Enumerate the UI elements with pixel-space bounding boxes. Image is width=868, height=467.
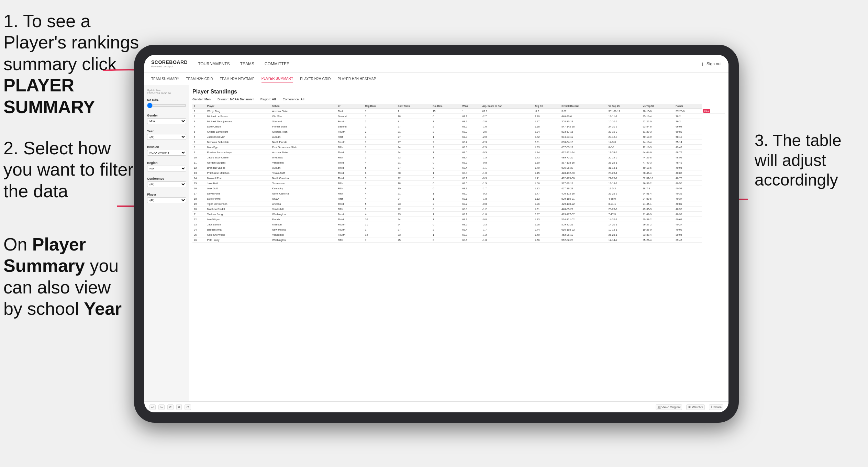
col-vs-top-50: Vs Top 50 <box>641 104 674 109</box>
region-select[interactable]: N/A All <box>147 166 186 171</box>
sidebar-year-label: Year <box>147 130 186 133</box>
sub-nav-team-h2h-heatmap[interactable]: TEAM H2H HEATMAP <box>220 76 255 82</box>
sub-nav-player-h2h-grid[interactable]: PLAYER H2H GRID <box>300 76 331 82</box>
tablet-screen: SCOREBOARD Powered by clippi TOURNAMENTS… <box>144 55 728 412</box>
view-original-btn[interactable]: 🖼 View: Original <box>656 404 682 410</box>
sub-nav-team-h2h-grid[interactable]: TEAM H2H GRID <box>186 76 213 82</box>
table-row: 1Wenyi DingArizona StateFirst1115167.1-3… <box>192 109 725 114</box>
table-row: 20Matthew RiedelVanderbiltFifth922068.8-… <box>192 207 725 212</box>
year-select[interactable]: (All) First Second Third Fourth Fifth <box>147 134 186 140</box>
sidebar-conference-label: Conference <box>147 177 186 180</box>
sidebar-no-rds-label: No Rds. <box>147 98 186 102</box>
table-row: 6Jackson KoivunAuburnFirst127167.3-2.02.… <box>192 134 725 140</box>
table-row: 19Tiger ChristensenArizonaThird523269.2-… <box>192 201 725 207</box>
sub-nav: TEAM SUMMARY TEAM H2H GRID TEAM H2H HEAT… <box>144 73 728 85</box>
sidebar-region-label: Region <box>147 161 186 165</box>
toolbar-copy[interactable]: ⧉ <box>176 404 182 410</box>
step2-text: Select how you want to filter the data <box>3 138 134 201</box>
table-row: 13Phichaksn MaichonTexas A&MThird630169.… <box>192 170 725 176</box>
sub-nav-player-h2h-heatmap[interactable]: PLAYER H2H HEATMAP <box>338 76 376 82</box>
gender-select[interactable]: Men Women <box>147 118 186 124</box>
app-logo: SCOREBOARD Powered by clippi <box>151 59 188 68</box>
sidebar-gender-label: Gender <box>147 114 186 117</box>
table-row: 17David FordNorth CarolinaFifth421169.0-… <box>192 191 725 196</box>
table-area: Player Standings Gender: Men Division: N… <box>189 85 728 401</box>
table-row: 23Jack LundinMissouriFourth1124068.5-2.3… <box>192 222 725 227</box>
col-no-rds: No. Rds. <box>431 104 461 109</box>
sidebar-player-label: Player <box>147 193 186 196</box>
col-wins: Wins <box>461 104 481 109</box>
table-row: 16Alex GoffKentuckyFifth819068.3-1.71.92… <box>192 186 725 191</box>
table-row: 14Maxwell FordNorth CarolinaThird322069.… <box>192 176 725 181</box>
nav-committee[interactable]: COMMITTEE <box>265 60 289 68</box>
col-points: Points <box>674 104 702 109</box>
update-time: Update time: 27/03/2024 16:56:26 <box>147 89 186 95</box>
table-row: 15Jake HallTennesseeFifth718068.5-1.51.6… <box>192 181 725 186</box>
main-nav: TOURNAMENTS TEAMS COMMITTEE <box>198 60 702 68</box>
col-rank: # <box>192 104 206 109</box>
filter-region: Region: All <box>260 98 276 101</box>
step3-text: On Player Summary you can also view by s… <box>3 234 122 319</box>
table-row: 10Jacob Skov OlesenArkansasFifth323168.4… <box>192 155 725 160</box>
table-row: 8Mats EgeEast Tennessee StateFifth124268… <box>192 145 725 150</box>
player-standings-table: # Player School Yr Reg Rank Conf Rank No… <box>192 104 725 243</box>
division-select[interactable]: NCAA Division I NCAA Division II NCAA Di… <box>147 150 186 156</box>
sidebar-division-label: Division <box>147 145 186 149</box>
table-row: 2Michael Le SassoOle MissSecond118067.1-… <box>192 114 725 119</box>
watch-btn[interactable]: 👁 Watch ▾ <box>686 404 705 410</box>
table-row: 4Luke ClatonFlorida StateSecond127268.2-… <box>192 124 725 129</box>
toolbar-undo[interactable]: ↩ <box>149 404 156 410</box>
col-yr: Yr <box>336 104 364 109</box>
table-row: 26Petr HrubyWashingtonFifth725068.6-1.81… <box>192 237 725 243</box>
step1-number: 1. <box>3 11 18 31</box>
table-row: 12Brendan ValdesAuburnThird527068.4-1.11… <box>192 165 725 170</box>
nav-separator: | <box>702 62 703 66</box>
col-adj-score: Adj. Score to Par <box>481 104 533 109</box>
col-player: Player <box>206 104 271 109</box>
instruction-right: 3. The table will adjust accordingly <box>755 131 865 190</box>
instruction-bottom: On Player Summary you can also view by s… <box>3 234 134 320</box>
instruction-step2: 2. Select how you want to filter the dat… <box>3 137 134 202</box>
nav-sign-out[interactable]: Sign out <box>706 60 722 68</box>
table-row: 18Luke PowellUCLAFirst424169.1-1.81.1250… <box>192 196 725 201</box>
table-row: 5Christo LamprechtGeorgia TechFourth2212… <box>192 129 725 134</box>
bottom-toolbar: ↩ ↪ ↺ ⧉ ⏱ 🖼 View: Original 👁 Watch ▾ ⤴ S… <box>144 401 728 412</box>
filter-division: Division: NCAA Division I <box>218 98 254 101</box>
col-conf-rank: Conf Rank <box>397 104 432 109</box>
col-reg-rank: Reg Rank <box>364 104 396 109</box>
table-row: 7Nicholas GabrielakNorth FloridaFourth12… <box>192 140 725 145</box>
no-rds-slider[interactable] <box>147 103 186 108</box>
toolbar-timer[interactable]: ⏱ <box>185 404 191 410</box>
conference-select[interactable]: (All) <box>147 181 186 187</box>
col-overall-record: Overall Record <box>560 104 607 109</box>
table-row: 22Ian GilliganFloridaThird1024168.7-0.81… <box>192 217 725 222</box>
filter-gender: Gender: Men <box>192 98 211 101</box>
col-vs-top-25: Vs Top 25 <box>607 104 642 109</box>
tablet-device: SCOREBOARD Powered by clippi TOURNAMENTS… <box>134 45 739 423</box>
table-row: 24Bastien AmatNew MexicoFourth127269.4-1… <box>192 227 725 232</box>
step1-bold: PLAYER SUMMARY <box>3 75 95 116</box>
filter-conference: Conference: All <box>283 98 304 101</box>
toolbar-redo[interactable]: ↪ <box>158 404 165 410</box>
step2-number: 2. <box>3 138 18 158</box>
top-nav: SCOREBOARD Powered by clippi TOURNAMENTS… <box>144 55 728 73</box>
nav-tournaments[interactable]: TOURNAMENTS <box>198 60 230 68</box>
filters-row: Gender: Men Division: NCAA Division I Re… <box>192 98 725 101</box>
table-row: 9Preston SummerhaysArizona StateThird324… <box>192 150 725 155</box>
sub-nav-team-summary[interactable]: TEAM SUMMARY <box>151 76 179 82</box>
logo-sub: Powered by clippi <box>151 65 188 68</box>
main-content: Update time: 27/03/2024 16:56:26 No Rds.… <box>144 85 728 401</box>
share-btn[interactable]: ⤴ Share <box>709 404 723 410</box>
sidebar: Update time: 27/03/2024 16:56:26 No Rds.… <box>144 85 189 401</box>
sub-nav-player-summary[interactable]: PLAYER SUMMARY <box>261 75 293 82</box>
table-row: 21Tashiun SongWashingtonFourth423169.1-1… <box>192 212 725 217</box>
player-select[interactable]: (All) <box>147 197 186 203</box>
table-row: 25Cole SherwoodVanderbiltFourth1223169.3… <box>192 232 725 237</box>
toolbar-view-options: 🖼 View: Original 👁 Watch ▾ ⤴ Share <box>656 404 723 410</box>
col-avg-sg: Avg SG <box>533 104 560 109</box>
logo-text: SCOREBOARD <box>151 59 188 65</box>
table-row: 11Gordon SargentVanderbiltThird421068.7-… <box>192 160 725 165</box>
nav-teams[interactable]: TEAMS <box>240 60 254 68</box>
toolbar-refresh[interactable]: ↺ <box>167 404 174 410</box>
nav-right: | Sign out <box>702 60 722 68</box>
